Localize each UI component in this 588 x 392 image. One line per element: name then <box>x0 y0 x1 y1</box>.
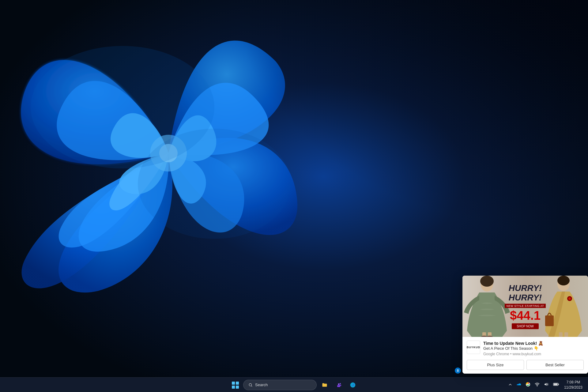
taskbar-center: Search <box>229 379 359 391</box>
notification-text: Time to Update New Look! 🧸 Get A Piece O… <box>483 341 584 356</box>
svg-rect-31 <box>558 384 559 385</box>
teams-icon <box>336 382 342 388</box>
notification-popup[interactable]: HURRY! HURRY! NEW STYLE STARTING AT $44.… <box>462 276 588 374</box>
chrome-tray-icon[interactable] <box>524 381 532 389</box>
search-icon <box>248 383 253 387</box>
svg-rect-32 <box>554 383 558 385</box>
windows-logo <box>232 382 239 388</box>
chevron-up-icon <box>508 383 512 386</box>
tray-chevron[interactable] <box>507 381 513 389</box>
svg-line-20 <box>251 386 252 386</box>
win-logo-sq2 <box>236 382 239 385</box>
teams-button[interactable] <box>333 379 345 391</box>
clock[interactable]: 7:08 PM 11/29/2023 <box>562 379 584 391</box>
svg-point-21 <box>338 383 340 385</box>
ad-hurry-text: HURRY! HURRY! <box>498 284 553 303</box>
svg-rect-18 <box>564 332 568 337</box>
onedrive-icon[interactable] <box>515 381 522 389</box>
notification-body: BUYKUD Time to Update New Look! 🧸 Get A … <box>462 337 588 374</box>
search-bar[interactable]: Search <box>243 380 317 390</box>
battery-icon[interactable] <box>552 381 560 389</box>
onedrive-svg <box>516 382 521 386</box>
notification-image[interactable]: HURRY! HURRY! NEW STYLE STARTING AT $44.… <box>462 276 588 337</box>
taskbar: Search <box>0 377 588 392</box>
desktop: HURRY! HURRY! NEW STYLE STARTING AT $44.… <box>0 0 588 392</box>
edge-button[interactable] <box>347 379 359 391</box>
svg-point-28 <box>537 386 537 386</box>
svg-marker-29 <box>545 383 547 386</box>
wifi-icon[interactable] <box>533 381 541 389</box>
best-seller-button[interactable]: Best Seller <box>526 360 584 370</box>
win-logo-sq1 <box>232 382 235 385</box>
ad-price: $44.1 <box>498 309 553 321</box>
volume-svg <box>544 382 549 387</box>
svg-rect-17 <box>559 332 563 337</box>
plus-size-button[interactable]: Plus Size <box>467 360 524 370</box>
notification-header: BUYKUD Time to Update New Look! 🧸 Get A … <box>467 341 584 356</box>
taskbar-right: 7:08 PM 11/29/2023 8 <box>507 379 588 391</box>
brand-logo: BUYKUD <box>467 341 480 354</box>
notification-source: Google Chrome • www.buykud.com <box>483 352 584 356</box>
notification-title: Time to Update New Look! 🧸 <box>483 341 584 346</box>
clock-time: 7:08 PM <box>567 380 580 385</box>
ad-shop-button[interactable]: SHOP NOW <box>512 323 538 329</box>
svg-point-27 <box>527 384 529 385</box>
svg-point-7 <box>480 276 494 287</box>
notification-subtitle: Get A Piece Of This Season 👇 <box>483 346 584 351</box>
wifi-svg <box>535 382 540 386</box>
search-label: Search <box>255 383 268 387</box>
notification-actions: Plus Size Best Seller <box>467 360 584 370</box>
svg-point-16 <box>568 297 571 300</box>
win-logo-sq3 <box>232 386 235 389</box>
svg-rect-24 <box>340 385 341 386</box>
svg-point-23 <box>340 383 341 384</box>
clock-date: 11/29/2023 <box>564 385 582 390</box>
start-button[interactable] <box>229 379 241 391</box>
svg-point-19 <box>249 383 251 386</box>
ad-subtitle: NEW STYLE STARTING AT <box>505 303 546 308</box>
notification-badge[interactable]: 8 <box>455 368 461 374</box>
edge-icon <box>350 382 356 388</box>
win-logo-sq4 <box>236 386 239 389</box>
chrome-svg <box>526 382 530 387</box>
ad-text-overlay: HURRY! HURRY! NEW STYLE STARTING AT $44.… <box>498 284 553 329</box>
svg-point-13 <box>557 276 570 285</box>
folder-icon <box>322 382 328 388</box>
volume-icon[interactable] <box>543 381 550 389</box>
file-explorer-button[interactable] <box>318 379 331 391</box>
battery-svg <box>553 382 559 386</box>
